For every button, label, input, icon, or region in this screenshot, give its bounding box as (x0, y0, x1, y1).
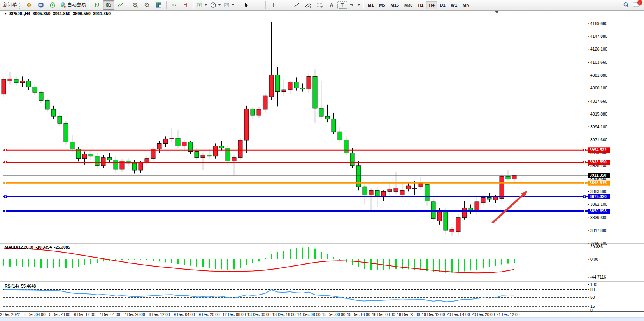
candle-body (232, 158, 236, 161)
tab-timeframe-mn[interactable]: MN (460, 1, 472, 9)
tab-timeframe-w1[interactable]: W1 (448, 1, 460, 9)
periods-icon[interactable] (209, 0, 222, 10)
zoom-out-icon[interactable] (141, 0, 153, 10)
line-handle[interactable] (5, 196, 7, 198)
candle-body (481, 197, 485, 203)
zoom-in-icon[interactable] (130, 0, 141, 10)
terminal-icon[interactable] (35, 0, 47, 10)
time-tick-label: 20 Dec 20:00 (472, 312, 495, 317)
tab-timeframe-h4[interactable]: H4 (426, 1, 437, 9)
candle-body (213, 146, 218, 156)
text-label-icon[interactable]: T (337, 1, 347, 9)
candle-body (8, 79, 12, 81)
time-tick-label: 12 Dec 08:00 (223, 312, 246, 317)
auto-trading-button[interactable]: 自动交易 (58, 0, 88, 10)
fibonacci-icon[interactable]: F (314, 0, 326, 10)
line-handle[interactable] (584, 182, 586, 184)
candle-body (475, 202, 479, 212)
line-handle[interactable] (5, 210, 7, 212)
candle-body (2, 79, 6, 94)
vertical-line-icon[interactable] (267, 0, 279, 10)
line-chart-icon[interactable] (114, 0, 126, 10)
chart-open: 3905.350 (33, 11, 51, 16)
price-tick-label: 4037.660 (590, 99, 607, 103)
tab-timeframe-m5[interactable]: M5 (376, 1, 388, 9)
chart-canvas[interactable]: 4169.6604147.8804126.1004103.6604081.880… (0, 0, 644, 321)
time-tick-label: 19 Dec 12:00 (422, 312, 445, 317)
time-tick-label: 5 Dec 20:00 (49, 312, 70, 317)
candle-body (288, 82, 292, 90)
text-icon[interactable]: A (326, 0, 337, 10)
candle-body (307, 76, 311, 89)
candle-body (332, 119, 336, 132)
line-handle[interactable] (5, 182, 7, 184)
auto-trading-label: 自动交易 (67, 2, 86, 8)
cursor-icon[interactable] (240, 0, 252, 10)
price-tick-label: 4081.880 (590, 73, 607, 77)
time-tick-label: 18 Dec 23:00 (397, 312, 420, 317)
tile-windows-icon[interactable] (153, 0, 165, 10)
new-order-button[interactable]: 新订单 (2, 0, 19, 10)
indicators-icon[interactable] (195, 0, 209, 10)
price-tick-label: 4169.660 (590, 21, 607, 26)
candle-body (500, 176, 504, 198)
text-label-tool-label: T (341, 2, 344, 8)
candle-body (412, 188, 417, 189)
time-tick-label: 21 Dec 12:00 (497, 312, 520, 317)
tab-timeframe-m30[interactable]: M30 (402, 1, 415, 9)
bar-chart-icon[interactable] (91, 0, 103, 10)
line-handle[interactable] (5, 161, 7, 163)
time-tick-label: 13 Dec 00:00 (247, 312, 271, 317)
price-tick-label: 3839.660 (590, 215, 607, 220)
text-tool-label: A (330, 2, 333, 8)
line-handle[interactable] (584, 161, 586, 163)
chat-icon[interactable]: 1 (633, 2, 640, 8)
candle-body (20, 81, 25, 83)
candle-body (89, 154, 93, 156)
horizontal-scrollbar[interactable] (0, 317, 644, 321)
price-label-text: 3933.890 (590, 160, 607, 164)
line-handle[interactable] (5, 149, 7, 151)
channel-icon[interactable]: E (302, 0, 314, 10)
tab-timeframe-d1[interactable]: D1 (437, 1, 448, 9)
chart-low: 3896.550 (73, 11, 91, 16)
time-tick-label: 14 Dec 08:00 (297, 312, 321, 317)
time-tick-label: 5 Dec 04:00 (25, 312, 46, 317)
expert-advisor-icon[interactable] (23, 0, 35, 10)
chart-title[interactable]: ▼ SP500-,H4 3905.350 3911.850 3896.550 3… (4, 11, 111, 16)
price-label-text: 3911.350 (590, 173, 606, 177)
search-icon[interactable] (623, 2, 630, 8)
candle-body (107, 158, 112, 160)
tab-timeframe-m1[interactable]: M1 (365, 1, 376, 9)
auto-scroll-icon[interactable] (168, 0, 180, 10)
tab-timeframe-h1[interactable]: H1 (415, 1, 426, 9)
candle-body (425, 184, 429, 201)
toolbar-separator (363, 1, 363, 9)
candle-body (275, 75, 280, 91)
candle-body (58, 116, 62, 123)
arrows-icon[interactable] (347, 0, 361, 10)
line-handle[interactable] (584, 196, 586, 198)
tab-timeframe-m15[interactable]: M15 (388, 1, 402, 9)
templates-icon[interactable] (222, 0, 236, 10)
time-tick-label: 15 Dec 16:00 (347, 312, 370, 317)
candle-body (369, 190, 373, 195)
toolbar-separator (193, 1, 193, 9)
rsi-tick-label: 50 (590, 295, 595, 300)
horizontal-line-icon[interactable] (279, 0, 291, 10)
candle-body (462, 208, 467, 218)
candlestick-chart-icon[interactable] (103, 0, 114, 10)
line-handle[interactable] (584, 149, 586, 151)
time-tick-label: 7 Dec 04:00 (99, 312, 120, 317)
line-handle[interactable] (584, 210, 586, 212)
time-tick-label: 9 Dec 20:00 (199, 312, 220, 317)
candle-body (257, 109, 261, 115)
chevron-down-icon[interactable]: ▼ (4, 12, 7, 16)
svg-text:F: F (321, 5, 323, 8)
trendline-icon[interactable] (291, 0, 302, 10)
chart-shift-icon[interactable] (180, 0, 191, 10)
signals-icon[interactable] (47, 0, 58, 10)
time-tick-label: 16 Dec 08:00 (372, 312, 395, 317)
rsi-indicator-label: RSI(14) 55.4648 (5, 284, 36, 288)
crosshair-icon[interactable] (252, 0, 264, 10)
